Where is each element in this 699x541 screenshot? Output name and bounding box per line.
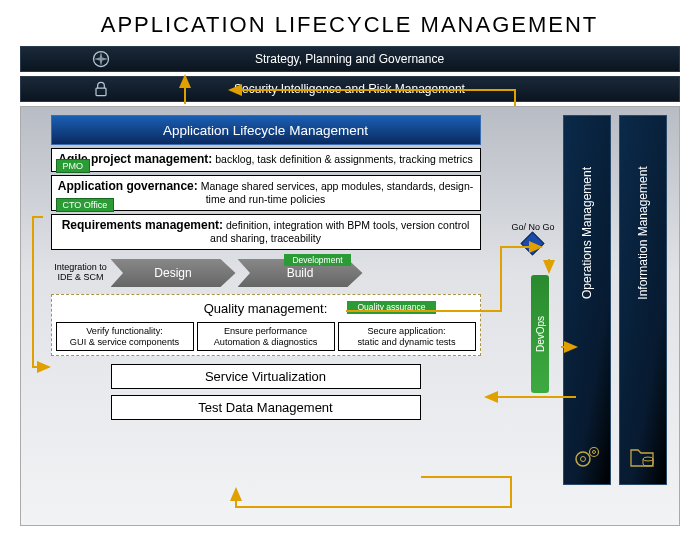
svg-rect-1 [96, 88, 106, 96]
development-tag: Development [284, 254, 350, 266]
main-area: Application Lifecycle Management Agile p… [20, 106, 680, 526]
agile-desc: backlog, task definition & assignments, … [215, 153, 472, 165]
diagram-container: Strategy, Planning and Governance Securi… [10, 46, 690, 526]
agile-box: Agile project management: backlog, task … [51, 148, 481, 172]
ops-label: Operations Management [580, 167, 594, 299]
qm-perf: Ensure performanceAutomation & diagnosti… [197, 322, 335, 351]
design-build-row: Integration to IDE & SCM Design Build De… [51, 256, 481, 290]
alm-header: Application Lifecycle Management [51, 115, 481, 145]
information-pillar: Information Management [619, 115, 667, 485]
go-nogo: Go/ No Go [511, 222, 554, 252]
governance-box: Application governance: Manage shared se… [51, 175, 481, 211]
gov-title: Application governance: [58, 179, 198, 193]
svg-point-2 [576, 452, 590, 466]
operations-pillar: Operations Management [563, 115, 611, 485]
service-virtualization-box: Service Virtualization [111, 364, 421, 389]
svg-point-4 [589, 448, 598, 457]
requirements-box: Requirements management: definition, int… [51, 214, 481, 250]
gears-icon [572, 444, 602, 470]
svg-point-3 [580, 457, 585, 462]
lock-icon [91, 79, 111, 99]
pmo-tag: PMO [56, 159, 91, 173]
page-title: APPLICATION LIFECYCLE MANAGEMENT [0, 0, 699, 46]
qm-secure: Secure application:static and dynamic te… [338, 322, 476, 351]
info-label: Information Management [636, 166, 650, 299]
design-block: Design [111, 259, 236, 287]
quality-management-box: Quality management: Quality assurance Ve… [51, 294, 481, 356]
database-folder-icon [628, 444, 658, 470]
gov-desc: Manage shared services, app modules, sta… [201, 180, 474, 205]
integration-label: Integration to IDE & SCM [51, 263, 111, 283]
svg-point-6 [643, 457, 653, 461]
svg-point-5 [592, 451, 595, 454]
strategy-label: Strategy, Planning and Governance [255, 52, 444, 66]
go-nogo-label: Go/ No Go [511, 222, 554, 232]
qm-cells: Verify functionality:GUI & service compo… [56, 322, 476, 351]
qm-verify: Verify functionality:GUI & service compo… [56, 322, 194, 351]
qm-title-text: Quality management: [204, 301, 328, 316]
strategy-bar: Strategy, Planning and Governance [20, 46, 680, 72]
cto-tag: CTO Office [56, 198, 115, 212]
security-bar: Security Intelligence and Risk Managemen… [20, 76, 680, 102]
security-label: Security Intelligence and Risk Managemen… [234, 82, 465, 96]
req-desc: definition, integration with BPM tools, … [210, 219, 469, 244]
alm-area: Application Lifecycle Management Agile p… [51, 115, 481, 420]
decision-diamond-icon [521, 231, 545, 255]
req-title: Requirements management: [62, 218, 223, 232]
qa-tag: Quality assurance [347, 301, 435, 314]
test-data-management-box: Test Data Management [111, 395, 421, 420]
qm-title: Quality management: Quality assurance [56, 299, 476, 318]
devops-bar: DevOps [531, 275, 549, 393]
compass-icon [91, 49, 111, 69]
